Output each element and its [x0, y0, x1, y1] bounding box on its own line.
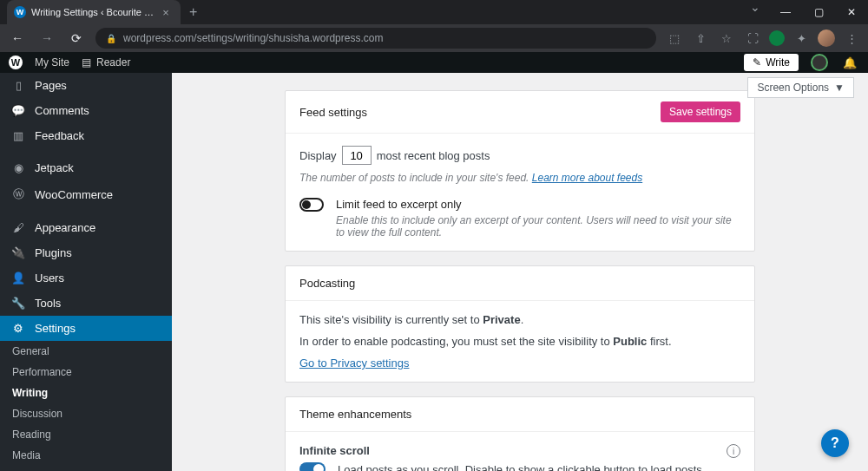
wrench-icon: 🔧	[10, 297, 26, 310]
chevron-down-icon: ▼	[834, 82, 845, 94]
minimize-button[interactable]: —	[769, 0, 802, 24]
sidebar-sub-media[interactable]: Media	[0, 445, 172, 466]
sidebar-item-appearance[interactable]: 🖌Appearance	[0, 215, 172, 240]
sidebar-sub-general[interactable]: General	[0, 341, 172, 362]
my-site-link[interactable]: My Site	[35, 56, 69, 69]
theme-enhancements-panel: Theme enhancements Infinite scroll Load …	[285, 396, 755, 471]
page-icon: ▯	[10, 79, 26, 92]
close-tab-icon[interactable]: ×	[160, 6, 172, 18]
forward-button[interactable]: →	[36, 28, 57, 49]
help-fab-button[interactable]: ?	[821, 429, 849, 457]
sliders-icon: ⚙	[10, 322, 26, 335]
infinite-scroll-title: Infinite scroll	[299, 444, 714, 457]
chevron-down-icon[interactable]: ⌄	[750, 0, 760, 24]
podcasting-panel: Podcasting This site's visibility is cur…	[285, 265, 755, 383]
sidebar-item-feedback[interactable]: ▥Feedback	[0, 123, 172, 148]
learn-more-feeds-link[interactable]: Learn more about feeds	[532, 172, 642, 184]
podcast-visibility-line: This site's visibility is currently set …	[299, 313, 740, 326]
tab-title: Writing Settings ‹ Bcourite — Wo	[31, 7, 155, 17]
menu-dots-icon[interactable]: ⋮	[842, 29, 861, 48]
browser-toolbar: ← → ⟳ 🔒 wordpress.com/settings/writing/s…	[0, 24, 868, 52]
sidebar-sub-performance[interactable]: Performance	[0, 362, 172, 383]
extension-icon[interactable]	[769, 30, 785, 46]
info-icon[interactable]: i	[727, 444, 740, 458]
sidebar-sub-discussion[interactable]: Discussion	[0, 403, 172, 424]
install-app-icon[interactable]: ⬚	[665, 29, 684, 48]
main-content: Screen Options▼ Feed settings Save setti…	[172, 73, 868, 471]
pencil-icon: ✎	[753, 56, 761, 69]
reader-link[interactable]: ▤Reader	[82, 56, 130, 69]
user-avatar-icon[interactable]	[811, 54, 828, 71]
display-suffix: most recent blog posts	[377, 149, 490, 162]
reader-icon: ▤	[82, 56, 91, 69]
sidebar-sub-reading[interactable]: Reading	[0, 424, 172, 445]
maximize-button[interactable]: ▢	[802, 0, 835, 24]
wordpress-favicon-icon: W	[14, 6, 26, 18]
sidebar-item-plugins[interactable]: 🔌Plugins	[0, 240, 172, 265]
excerpt-toggle-desc: Enable this to include only an excerpt o…	[336, 214, 740, 239]
sidebar-item-tools[interactable]: 🔧Tools	[0, 291, 172, 316]
podcasting-title: Podcasting	[299, 277, 355, 290]
wp-logo-item[interactable]: W	[9, 56, 23, 69]
back-button[interactable]: ←	[7, 28, 28, 49]
browser-tab[interactable]: W Writing Settings ‹ Bcourite — Wo ×	[7, 0, 181, 24]
sidebar-item-woocommerce[interactable]: ⓦWooCommerce	[0, 180, 172, 208]
theme-enhancements-title: Theme enhancements	[299, 408, 411, 421]
reload-button[interactable]: ⟳	[66, 28, 87, 49]
privacy-settings-link[interactable]: Go to Privacy settings	[299, 357, 409, 370]
sidebar-item-settings[interactable]: ⚙Settings	[0, 316, 172, 341]
feed-settings-panel: Feed settings Save settings Display most…	[285, 90, 755, 252]
url-text: wordpress.com/settings/writing/shusisha.…	[123, 32, 383, 44]
profile-avatar-icon[interactable]	[818, 29, 835, 47]
feed-panel-title: Feed settings	[299, 106, 661, 119]
sidebar-item-comments[interactable]: 💬Comments	[0, 98, 172, 123]
comment-icon: 💬	[10, 104, 26, 117]
lock-icon: 🔒	[106, 34, 116, 43]
feed-count-input[interactable]	[342, 146, 372, 165]
extensions-puzzle-icon[interactable]: ✦	[792, 29, 811, 48]
admin-sidebar: ▯Pages 💬Comments ▥Feedback ◉Jetpack ⓦWoo…	[0, 73, 172, 471]
plug-icon: 🔌	[10, 246, 26, 259]
excerpt-toggle[interactable]	[299, 198, 324, 212]
display-label: Display	[299, 149, 337, 162]
sidebar-sub-writing[interactable]: Writing	[0, 383, 172, 403]
user-icon: 👤	[10, 271, 26, 285]
browser-titlebar: W Writing Settings ‹ Bcourite — Wo × + ⌄…	[0, 0, 868, 24]
address-bar[interactable]: 🔒 wordpress.com/settings/writing/shusish…	[95, 28, 656, 49]
infinite-scroll-toggle[interactable]	[299, 462, 326, 471]
woo-icon: ⓦ	[10, 186, 26, 202]
wp-admin-bar: W My Site ▤Reader ✎Write 🔔	[0, 52, 868, 73]
podcast-public-line: In order to enable podcasting, you must …	[299, 335, 740, 348]
save-settings-button[interactable]: Save settings	[661, 101, 740, 122]
sidebar-item-jetpack[interactable]: ◉Jetpack	[0, 155, 172, 180]
share-icon[interactable]: ⇧	[691, 29, 710, 48]
brush-icon: 🖌	[10, 221, 26, 234]
write-button[interactable]: ✎Write	[744, 54, 799, 71]
infinite-scroll-desc: Load posts as you scroll. Disable to sho…	[338, 463, 705, 472]
excerpt-toggle-label: Limit feed to excerpt only	[336, 198, 740, 211]
screen-options-button[interactable]: Screen Options▼	[747, 77, 854, 98]
wordpress-logo-icon: W	[9, 56, 23, 69]
new-tab-button[interactable]: +	[189, 4, 197, 20]
sidebar-item-pages[interactable]: ▯Pages	[0, 73, 172, 98]
jetpack-icon: ◉	[10, 161, 26, 174]
bookmark-icon[interactable]: ☆	[717, 29, 736, 48]
notifications-icon[interactable]: 🔔	[840, 53, 859, 72]
cast-icon[interactable]: ⛶	[743, 29, 762, 48]
sidebar-sub-hosting[interactable]: Hosting Configuration	[0, 466, 172, 471]
sidebar-item-users[interactable]: 👤Users	[0, 265, 172, 291]
close-window-button[interactable]: ✕	[835, 0, 868, 24]
feedback-icon: ▥	[10, 129, 26, 142]
feed-hint: The number of posts to include in your s…	[299, 172, 740, 184]
